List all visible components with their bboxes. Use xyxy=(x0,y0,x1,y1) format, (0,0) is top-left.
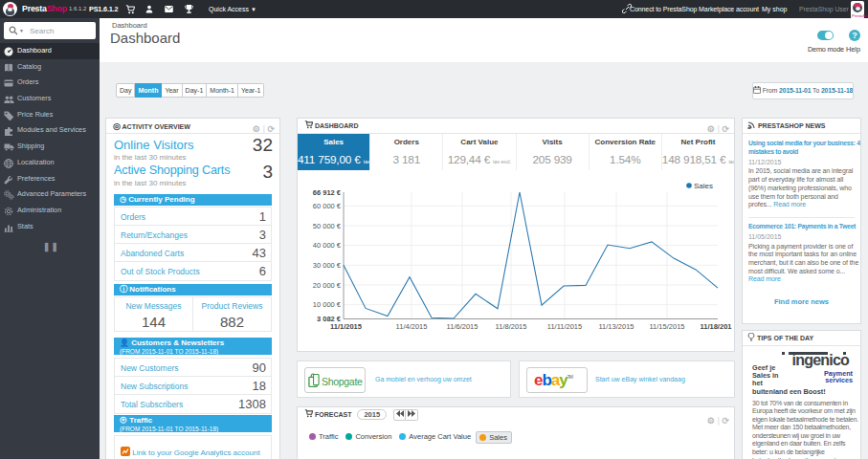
svg-text:20 000 €: 20 000 € xyxy=(313,281,342,290)
svg-text:66 912 €: 66 912 € xyxy=(313,188,342,197)
svg-text:Sales: Sales xyxy=(694,182,713,190)
svg-text:11/15/2015: 11/15/2015 xyxy=(650,322,685,331)
svg-text:11/1/2015: 11/1/2015 xyxy=(330,322,362,331)
svg-text:30 000 €: 30 000 € xyxy=(313,261,342,270)
svg-text:11/6/2015: 11/6/2015 xyxy=(447,322,479,331)
svg-text:11/8/2015: 11/8/2015 xyxy=(496,322,527,331)
svg-text:11/11/2015: 11/11/2015 xyxy=(547,322,582,331)
svg-text:11/13/2015: 11/13/2015 xyxy=(599,322,634,331)
svg-text:50 000 €: 50 000 € xyxy=(313,222,342,230)
svg-text:11/18/201: 11/18/201 xyxy=(701,322,732,331)
svg-text:11/4/2015: 11/4/2015 xyxy=(396,322,428,331)
svg-text:10 000 €: 10 000 € xyxy=(313,300,342,309)
svg-text:60 000 €: 60 000 € xyxy=(313,202,342,210)
svg-text:40 000 €: 40 000 € xyxy=(313,241,342,250)
